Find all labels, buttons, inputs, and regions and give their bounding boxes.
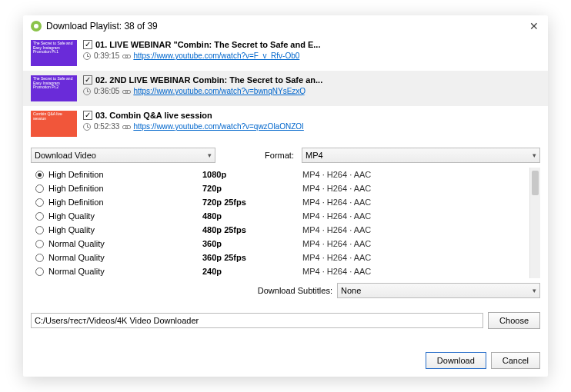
clock-icon — [83, 88, 91, 95]
quality-resolution: 360p — [202, 239, 302, 248]
quality-resolution: 480p 25fps — [202, 225, 302, 234]
quality-name: Normal Quality — [48, 253, 202, 262]
video-thumbnail: Combin Q&A live session — [31, 111, 77, 137]
quality-option[interactable]: High Definition1080pMP4 · H264 · AAC — [31, 168, 529, 181]
quality-codec: MP4 · H264 · AAC — [302, 184, 529, 193]
app-icon — [31, 21, 42, 32]
quality-list: High Definition1080pMP4 · H264 · AACHigh… — [31, 168, 529, 278]
quality-option[interactable]: High Definition720pMP4 · H264 · AAC — [31, 181, 529, 195]
playlist-item[interactable]: The Secret to Safe and Easy Instagram Pr… — [23, 35, 548, 71]
quality-codec: MP4 · H264 · AAC — [302, 239, 529, 248]
quality-codec: MP4 · H264 · AAC — [302, 225, 529, 234]
quality-panel: High Definition1080pMP4 · H264 · AACHigh… — [31, 168, 540, 278]
subtitles-select[interactable]: None ▾ — [337, 283, 540, 298]
quality-codec: MP4 · H264 · AAC — [302, 170, 529, 179]
video-url[interactable]: https://www.youtube.com/watch?v=bwnqNYsE… — [133, 87, 306, 95]
video-thumbnail: The Secret to Safe and Easy Instagram Pr… — [31, 75, 77, 101]
quality-resolution: 240p — [202, 267, 302, 276]
quality-name: High Quality — [48, 225, 202, 234]
quality-resolution: 720p 25fps — [202, 198, 302, 207]
quality-resolution: 480p — [202, 211, 302, 221]
titlebar: Download Playlist: 38 of 39 ✕ — [23, 15, 548, 35]
quality-name: High Quality — [48, 211, 202, 221]
format-select-value: MP4 — [306, 151, 323, 160]
video-url[interactable]: https://www.youtube.com/watch?v=qwzOlaON… — [133, 122, 303, 131]
video-title: 02. 2ND LIVE WEBINAR Combin: The Secret … — [95, 75, 322, 85]
video-duration: 0:52:33 — [94, 122, 119, 131]
link-icon — [122, 52, 130, 60]
quality-resolution: 360p 25fps — [202, 253, 302, 262]
video-duration: 0:36:05 — [94, 87, 119, 95]
chevron-down-icon: ▾ — [533, 287, 536, 294]
link-icon — [122, 123, 130, 131]
quality-name: Normal Quality — [48, 267, 202, 276]
video-thumbnail: The Secret to Safe and Easy Instagram Pr… — [31, 40, 77, 66]
quality-codec: MP4 · H264 · AAC — [302, 267, 529, 276]
quality-name: High Definition — [48, 198, 202, 207]
video-title: 03. Combin Q&A live session — [95, 111, 212, 120]
radio-icon[interactable] — [35, 226, 44, 234]
dialog-footer: Download Cancel — [23, 349, 548, 377]
playlist-item[interactable]: The Secret to Safe and Easy Instagram Pr… — [23, 71, 548, 106]
quality-codec: MP4 · H264 · AAC — [302, 198, 529, 207]
chevron-down-icon: ▾ — [533, 151, 536, 159]
video-title: 01. LIVE WEBINAR "Combin: The Secret to … — [95, 40, 320, 49]
output-path-input[interactable] — [31, 313, 483, 328]
subtitles-label: Download Subtitles: — [31, 286, 332, 295]
playlist-list: The Secret to Safe and Easy Instagram Pr… — [23, 35, 548, 141]
quality-option[interactable]: High Definition720p 25fpsMP4 · H264 · AA… — [31, 195, 529, 209]
clock-icon — [83, 123, 91, 131]
quality-name: High Definition — [48, 184, 202, 193]
radio-icon[interactable] — [35, 198, 44, 207]
choose-button[interactable]: Choose — [488, 312, 540, 329]
video-url[interactable]: https://www.youtube.com/watch?v=F_v_Rfv-… — [133, 51, 299, 60]
scrollbar-thumb[interactable] — [532, 171, 539, 195]
checkbox-icon[interactable]: ✓ — [83, 111, 92, 120]
download-playlist-dialog: Download Playlist: 38 of 39 ✕ The Secret… — [23, 15, 548, 377]
playlist-item-body: ✓02. 2ND LIVE WEBINAR Combin: The Secret… — [83, 75, 540, 95]
chevron-down-icon: ▾ — [208, 151, 212, 159]
playlist-item-body: ✓01. LIVE WEBINAR "Combin: The Secret to… — [83, 40, 540, 60]
quality-codec: MP4 · H264 · AAC — [302, 253, 529, 262]
radio-icon[interactable] — [35, 240, 44, 248]
action-select[interactable]: Download Video ▾ — [31, 148, 215, 163]
quality-name: Normal Quality — [48, 239, 202, 248]
quality-resolution: 720p — [202, 184, 302, 193]
subtitles-select-value: None — [341, 286, 361, 295]
quality-option[interactable]: Normal Quality360pMP4 · H264 · AAC — [31, 237, 529, 251]
quality-option[interactable]: Normal Quality240pMP4 · H264 · AAC — [31, 264, 529, 278]
radio-icon[interactable] — [35, 171, 44, 179]
quality-codec: MP4 · H264 · AAC — [302, 211, 529, 221]
window-title: Download Playlist: 38 of 39 — [46, 21, 158, 32]
checkbox-icon[interactable]: ✓ — [83, 40, 92, 49]
cancel-button[interactable]: Cancel — [491, 352, 540, 369]
playlist-item-body: ✓03. Combin Q&A live session0:52:33https… — [83, 111, 540, 131]
radio-icon[interactable] — [35, 212, 44, 221]
quality-option[interactable]: High Quality480pMP4 · H264 · AAC — [31, 209, 529, 223]
quality-name: High Definition — [48, 170, 202, 179]
download-button[interactable]: Download — [426, 352, 486, 369]
radio-icon[interactable] — [35, 184, 44, 193]
checkbox-icon[interactable]: ✓ — [83, 75, 92, 85]
quality-option[interactable]: Normal Quality360p 25fpsMP4 · H264 · AAC — [31, 251, 529, 264]
playlist-item[interactable]: Combin Q&A live session✓03. Combin Q&A l… — [23, 106, 548, 141]
radio-icon[interactable] — [35, 254, 44, 262]
radio-icon[interactable] — [35, 267, 44, 276]
action-select-value: Download Video — [35, 151, 96, 160]
quality-option[interactable]: High Quality480p 25fpsMP4 · H264 · AAC — [31, 223, 529, 237]
quality-resolution: 1080p — [202, 170, 302, 179]
scrollbar[interactable] — [529, 168, 540, 278]
format-label: Format: — [220, 151, 297, 160]
controls-panel: Download Video ▾ Format: MP4 ▾ High Defi… — [23, 141, 548, 349]
clock-icon — [83, 52, 91, 60]
close-icon[interactable]: ✕ — [528, 20, 540, 32]
link-icon — [122, 88, 130, 95]
video-duration: 0:39:15 — [94, 51, 119, 60]
format-select[interactable]: MP4 ▾ — [302, 148, 540, 163]
